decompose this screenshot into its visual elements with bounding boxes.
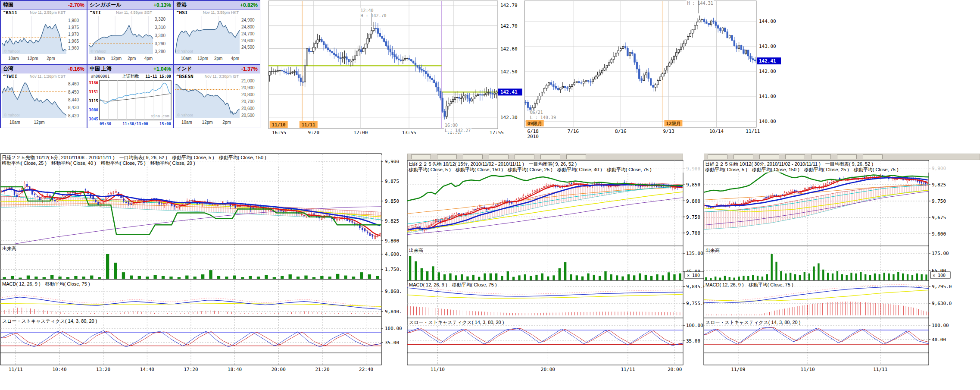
panel-label: 移動平均( Close, 5 ) 移動平均( Close, 150 ) 移動平均… (409, 167, 652, 172)
x-axis-label: 10/14 (709, 129, 724, 134)
y-axis-label: 9,875 (385, 179, 399, 184)
y-axis-label: 9,750 (932, 198, 946, 204)
low-annotation: 06/21L : 140.39 (529, 110, 557, 120)
titlebar-button-fragment[interactable] (863, 154, 883, 159)
panel-label: スロー・ストキャスティクス( 14, 3, 80, 20 ) (409, 320, 504, 325)
x-axis-label: 11/10 (801, 367, 815, 372)
trading-desktop: 韓国-2.70%^KS11Nov 11, 2:55pm KST1,9801,97… (0, 0, 980, 390)
titlebar-button-fragment[interactable] (566, 154, 586, 159)
panel-label: 日経２２５先物 10/12( 15分, 2010/11/02 - 2010/11… (409, 161, 577, 167)
y-axis-label: 100.00 (686, 323, 703, 328)
current-price-tag: 142.41 (500, 89, 518, 95)
titlebar-button-fragment[interactable] (708, 154, 727, 159)
titlebar-button-fragment[interactable] (759, 154, 779, 159)
y-axis-label: 144.00 (759, 19, 776, 24)
x-axis-label: 11/09 (731, 367, 745, 372)
y-axis-label: 142.30 (500, 115, 518, 120)
y-axis-label: 175.00 (932, 251, 949, 256)
multiplier-badge: × 100 (933, 273, 946, 278)
titlebar-button-fragment[interactable] (463, 154, 483, 159)
y-axis-label: 9,630.0 (932, 301, 952, 306)
x-axis-label: 11/11 (621, 367, 635, 372)
low-annotation: 16:00L : 142.27 (444, 123, 471, 133)
session-label: 11/10 (272, 122, 286, 127)
x-axis-label: 9/13 (663, 129, 674, 134)
x-axis-label: 8/16 (615, 129, 627, 134)
y-axis-label: 9,825 (385, 218, 399, 224)
titlebar-button-fragment[interactable] (411, 154, 431, 159)
panel-label: 出来高 (409, 248, 423, 253)
plot-border (524, 1, 756, 127)
y-axis-label: 100.00 (385, 326, 402, 331)
x-axis-label: 11/11 (9, 367, 23, 372)
label: 10/06 (687, 0, 700, 0)
y-axis-label: 135.00 (686, 251, 703, 256)
titlebar-button-fragment[interactable] (515, 154, 534, 159)
plot-border (268, 1, 498, 129)
charts-layer: 142.79142.70142.60142.50142.3016:559:201… (0, 0, 980, 390)
window-titlebar-fragment[interactable] (407, 154, 683, 160)
x-axis-label: 20:00 (272, 367, 286, 372)
x-axis-label: 22:40 (359, 367, 373, 372)
y-axis-label: 142.79 (500, 3, 518, 8)
label: 16:00 (445, 123, 458, 128)
panel-label: 移動平均( Close, 25 ) 移動平均( Close, 40 ) 移動平均… (2, 160, 195, 166)
panel-label: スロー・ストキャスティクス( 14, 3, 80, 20 ) (2, 318, 97, 324)
y-axis-label: 9,800 (385, 238, 399, 244)
label: L : 142.27 (445, 128, 471, 133)
x-axis-label: 11/11 (873, 367, 887, 372)
titlebar-button-fragment[interactable] (811, 154, 831, 159)
titlebar-button-fragment[interactable] (837, 154, 857, 159)
futures-chart-1: 9,9009,8759,8509,8259,8004,600.1,750.9,8… (0, 154, 438, 372)
x-axis-label: 17:20 (184, 367, 198, 372)
y-axis-label: 9,700 (686, 230, 700, 236)
y-axis-label: 9,800 (686, 198, 700, 204)
x-axis-label: 9:20 (308, 130, 320, 135)
label: 06/21 (530, 110, 543, 115)
y-axis-label: 142.70 (500, 23, 518, 29)
y-axis-label: 143.00 (759, 44, 776, 49)
x-axis-label: 13:20 (96, 367, 110, 372)
window-titlebar-fragment[interactable] (704, 154, 980, 160)
x-axis-sublabel: 2010 (527, 134, 539, 139)
titlebar-button-fragment[interactable] (489, 154, 509, 159)
y-axis-label: 9,795.0 (932, 284, 952, 289)
panel-label: スロー・ストキャスティクス( 14, 3, 80, 20 ) (705, 320, 800, 325)
session-label: 09限月 (527, 121, 542, 126)
y-axis-label: 142.50 (500, 69, 518, 75)
x-axis-label: 18:40 (228, 367, 242, 372)
y-axis-label: 9,850 (385, 198, 399, 204)
titlebar-button-fragment[interactable] (785, 154, 805, 159)
y-axis-label: 9,675 (932, 215, 946, 220)
x-axis-label: 11/10 (431, 367, 445, 372)
y-axis-label: 35.00 (686, 338, 700, 344)
y-axis-label: 9,850 (686, 182, 700, 188)
panel-label: MACD( 12, 26, 9 ) 移動平均( Close, 75 ) (2, 281, 90, 286)
x-axis-label: 10:40 (52, 367, 66, 372)
window-border (407, 160, 683, 365)
y-axis-label: 9,755.0 (686, 301, 706, 306)
label: 12:40 (360, 8, 373, 13)
y-axis-label: 142.00 (759, 69, 776, 74)
y-axis-label: 9,750 (686, 214, 700, 220)
x-axis-label: 16:55 (272, 130, 286, 135)
x-axis-label: 13:55 (402, 130, 416, 135)
panel-label: 出来高 (2, 246, 16, 251)
current-price-tag: 142.41 (759, 58, 776, 64)
titlebar-button-fragment[interactable] (540, 154, 560, 159)
x-axis-label: 14:40 (140, 367, 154, 372)
panel-label: 日経２２５先物 10/12( 5分, 2010/11/08 - 2010/11/… (2, 155, 266, 160)
panel-label: 移動平均( Close, 5 ) 移動平均( Close, 150 ) 移動平均… (705, 167, 899, 172)
y-axis-label: 9,840. (385, 309, 402, 315)
x-axis-label: 11/11 (746, 129, 760, 134)
panel-label: MACD( 12, 26, 9 ) 移動平均( Close, 75 ) (705, 282, 793, 287)
titlebar-button-fragment[interactable] (437, 154, 457, 159)
x-axis-label: 7/16 (568, 129, 579, 134)
intraday-candle-chart: 142.79142.70142.60142.50142.3016:559:201… (268, 1, 522, 135)
y-axis-label: 9,600 (932, 231, 946, 237)
y-axis-label: 4,600. (385, 252, 402, 257)
label: H : 142.70 (360, 13, 386, 18)
session-label: 11/11 (302, 122, 315, 127)
x-axis-label: 12:00 (353, 130, 368, 135)
titlebar-button-fragment[interactable] (733, 154, 753, 159)
